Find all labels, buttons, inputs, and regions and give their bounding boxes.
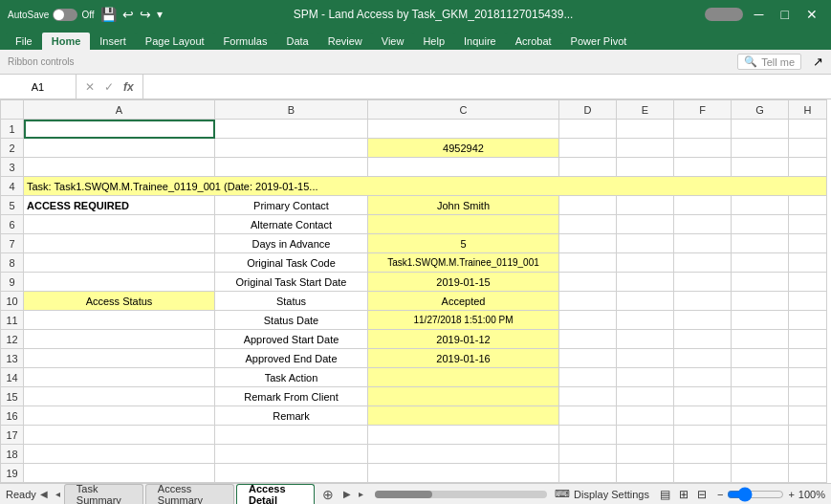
cell-d1[interactable]	[559, 120, 617, 139]
tab-power-pivot[interactable]: Power Pivot	[561, 33, 637, 50]
sheet-nav-leftmost[interactable]: ◂	[52, 489, 64, 499]
tab-file[interactable]: File	[6, 33, 42, 50]
cell-e9[interactable]	[617, 273, 674, 292]
cell-a8[interactable]	[24, 253, 215, 273]
cell-b1[interactable]	[215, 120, 368, 139]
cell-g2[interactable]	[732, 139, 789, 158]
cell-f6[interactable]	[674, 215, 732, 234]
h-scroll-area[interactable]	[367, 491, 555, 498]
cell-b10[interactable]: Status	[215, 292, 368, 311]
cell-c16[interactable]	[368, 406, 559, 426]
cell-a1[interactable]	[24, 120, 215, 139]
col-header-c[interactable]: C	[368, 100, 559, 120]
cell-d10[interactable]	[559, 292, 617, 311]
cell-f16[interactable]	[674, 406, 732, 426]
cell-e19[interactable]	[617, 464, 674, 483]
cell-f15[interactable]	[674, 387, 732, 406]
cell-e7[interactable]	[617, 234, 674, 253]
cell-a13[interactable]	[24, 349, 215, 368]
cell-b8[interactable]: Original Task Code	[215, 253, 368, 273]
cell-b14[interactable]: Task Action	[215, 368, 368, 387]
name-box[interactable]: A1	[0, 75, 77, 99]
insert-function-btn[interactable]: fx	[120, 80, 137, 94]
cell-h7[interactable]	[789, 234, 827, 253]
cell-f3[interactable]	[674, 158, 732, 177]
add-sheet-btn[interactable]: ⊕	[317, 487, 339, 502]
page-layout-view-btn[interactable]: ⊞	[676, 487, 691, 502]
cell-a2[interactable]	[24, 139, 215, 158]
cell-d17[interactable]	[559, 426, 617, 445]
share-icon[interactable]: ↗	[813, 55, 823, 69]
cell-d16[interactable]	[559, 406, 617, 426]
col-header-a[interactable]: A	[24, 100, 215, 120]
cell-e1[interactable]	[617, 120, 674, 139]
cell-b11[interactable]: Status Date	[215, 311, 368, 330]
cell-b6[interactable]: Alternate Contact	[215, 215, 368, 234]
sheet-nav-left[interactable]: ◀	[36, 489, 52, 499]
cell-e10[interactable]	[617, 292, 674, 311]
normal-view-btn[interactable]: ▤	[657, 487, 673, 502]
cell-g6[interactable]	[732, 215, 789, 234]
cell-d12[interactable]	[559, 330, 617, 349]
cell-g5[interactable]	[732, 196, 789, 215]
cell-a3[interactable]	[24, 158, 215, 177]
cell-g9[interactable]	[732, 273, 789, 292]
cell-a15[interactable]	[24, 387, 215, 406]
cell-f18[interactable]	[674, 445, 732, 464]
cell-d3[interactable]	[559, 158, 617, 177]
cell-e15[interactable]	[617, 387, 674, 406]
cell-f9[interactable]	[674, 273, 732, 292]
tab-data[interactable]: Data	[276, 33, 317, 50]
cell-e18[interactable]	[617, 445, 674, 464]
cell-a18[interactable]	[24, 445, 215, 464]
cell-c9[interactable]: 2019-01-15	[368, 273, 559, 292]
col-header-b[interactable]: B	[215, 100, 368, 120]
cell-a5[interactable]: ACCESS REQUIRED	[24, 196, 215, 215]
cell-d19[interactable]	[559, 464, 617, 483]
cell-g14[interactable]	[732, 368, 789, 387]
cell-e8[interactable]	[617, 253, 674, 273]
cell-g17[interactable]	[732, 426, 789, 445]
h-scroll-thumb[interactable]	[375, 491, 432, 498]
cell-h1[interactable]	[789, 120, 827, 139]
close-btn[interactable]: ✕	[800, 5, 823, 24]
cell-a9[interactable]	[24, 273, 215, 292]
cell-d6[interactable]	[559, 215, 617, 234]
grid-scroll[interactable]: A B C D E F G H 1	[0, 99, 831, 483]
autosave-toggle[interactable]	[53, 9, 77, 21]
cell-d7[interactable]	[559, 234, 617, 253]
cell-a19[interactable]	[24, 464, 215, 483]
cell-c3[interactable]	[368, 158, 559, 177]
minimize-btn[interactable]: ─	[749, 5, 770, 24]
cell-a17[interactable]	[24, 426, 215, 445]
cell-h6[interactable]	[789, 215, 827, 234]
cell-d18[interactable]	[559, 445, 617, 464]
cell-g7[interactable]	[732, 234, 789, 253]
h-scrollbar[interactable]	[375, 491, 547, 498]
cell-a14[interactable]	[24, 368, 215, 387]
cell-c10[interactable]: Accepted	[368, 292, 559, 311]
cell-b5[interactable]: Primary Contact	[215, 196, 368, 215]
cell-c6[interactable]	[368, 215, 559, 234]
cell-h11[interactable]	[789, 311, 827, 330]
confirm-formula-btn[interactable]: ✓	[101, 80, 117, 94]
sheet-tab-task-summary[interactable]: Task Summary	[64, 484, 143, 504]
cell-b2[interactable]	[215, 139, 368, 158]
col-header-h[interactable]: H	[789, 100, 827, 120]
search-box[interactable]: 🔍 Tell me	[737, 54, 801, 70]
cell-f2[interactable]	[674, 139, 732, 158]
cell-d11[interactable]	[559, 311, 617, 330]
cell-e13[interactable]	[617, 349, 674, 368]
cell-h2[interactable]	[789, 139, 827, 158]
cell-f20[interactable]	[674, 483, 732, 484]
cell-b15[interactable]: Remark From Client	[215, 387, 368, 406]
cell-a10[interactable]: Access Status	[24, 292, 215, 311]
cell-g16[interactable]	[732, 406, 789, 426]
cell-f1[interactable]	[674, 120, 732, 139]
cell-c20[interactable]	[368, 483, 559, 484]
cell-g19[interactable]	[732, 464, 789, 483]
cell-f12[interactable]	[674, 330, 732, 349]
cell-c12[interactable]: 2019-01-12	[368, 330, 559, 349]
cell-f7[interactable]	[674, 234, 732, 253]
cell-e11[interactable]	[617, 311, 674, 330]
